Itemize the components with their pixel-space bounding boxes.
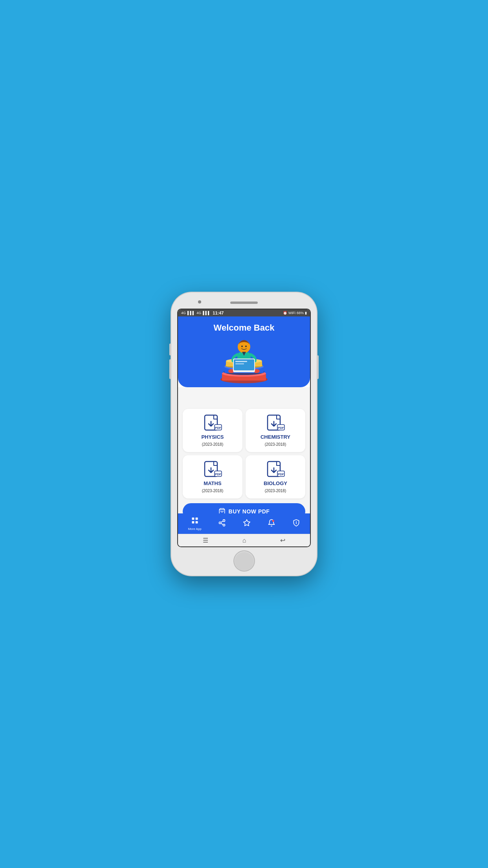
front-camera — [198, 300, 201, 303]
svg-marker-41 — [244, 519, 250, 526]
pdf-download-svg-1: PDF — [203, 414, 222, 432]
hero-banner: Welcome Back — [178, 316, 310, 387]
svg-point-17 — [241, 346, 243, 347]
phone-screen: 4G ▌▌▌ 4G ▌▌▌ 11:47 ⏰ WiFi 66% ▮ Welcome… — [177, 309, 311, 547]
svg-text:PDF: PDF — [215, 473, 221, 476]
maths-year: (2023-2018) — [202, 489, 223, 493]
battery-level: 66% — [297, 311, 304, 315]
shield-info-svg — [292, 519, 300, 527]
svg-text:PDF: PDF — [278, 426, 284, 430]
student-illustration-svg — [213, 334, 275, 389]
status-bar: 4G ▌▌▌ 4G ▌▌▌ 11:47 ⏰ WiFi 66% ▮ — [178, 309, 310, 316]
grid-icon — [191, 517, 199, 526]
svg-line-39 — [221, 523, 224, 524]
svg-point-18 — [245, 346, 247, 347]
svg-point-38 — [223, 524, 225, 526]
nav-favorite[interactable] — [243, 519, 251, 529]
svg-rect-14 — [235, 361, 247, 362]
bottom-navigation: More App — [178, 513, 310, 534]
svg-point-36 — [223, 519, 225, 521]
physics-card[interactable]: PDF PHYSICS (2023-2018) — [183, 409, 242, 452]
maths-name: MATHS — [204, 480, 221, 486]
network-4g-2: 4G — [196, 311, 201, 315]
status-right: ⏰ WiFi 66% ▮ — [283, 311, 307, 315]
maths-pdf-icon: PDF — [203, 461, 222, 478]
buy-now-button[interactable]: BUY NOW PDF — [183, 503, 305, 513]
biology-year: (2023-2018) — [265, 489, 286, 493]
wifi-icon: WiFi — [288, 311, 295, 315]
welcome-title: Welcome Back — [214, 323, 275, 333]
share-icon — [218, 519, 226, 529]
volume-up-button — [169, 344, 171, 355]
menu-nav-button[interactable]: ☰ — [203, 537, 208, 544]
physics-name: PHYSICS — [201, 434, 224, 440]
subjects-row-2: PDF MATHS (2023-2018) — [183, 455, 305, 498]
subjects-row-1: PDF PHYSICS (2023-2018) — [183, 409, 305, 452]
status-left: 4G ▌▌▌ 4G ▌▌▌ 11:47 — [181, 311, 224, 315]
svg-rect-34 — [192, 521, 194, 524]
biology-card[interactable]: PDF BIOLOGY (2023-2018) — [246, 455, 305, 498]
star-svg — [243, 519, 251, 527]
chemistry-name: CHEMISTRY — [261, 434, 290, 440]
svg-point-44 — [296, 521, 296, 522]
android-nav-bar: ☰ ⌂ ↩ — [178, 534, 310, 546]
chemistry-pdf-icon: PDF — [266, 414, 285, 432]
speaker-grille — [230, 302, 258, 304]
time-display: 11:47 — [213, 311, 224, 315]
signal-bars-1: ▌▌▌ — [187, 311, 195, 315]
pdf-download-svg-4: PDF — [266, 461, 285, 478]
svg-text:PDF: PDF — [215, 426, 221, 430]
chemistry-year: (2023-2018) — [265, 442, 286, 447]
nav-share[interactable] — [218, 519, 226, 529]
home-nav-button[interactable]: ⌂ — [242, 537, 246, 544]
battery-icon: ▮ — [305, 311, 307, 315]
home-button[interactable] — [233, 550, 255, 572]
info-shield-icon — [292, 519, 300, 529]
nav-notification[interactable] — [268, 519, 275, 529]
svg-point-42 — [272, 520, 274, 522]
star-icon — [243, 519, 251, 529]
phone-wrapper: 4G ▌▌▌ 4G ▌▌▌ 11:47 ⏰ WiFi 66% ▮ Welcome… — [161, 288, 327, 581]
svg-point-37 — [219, 522, 221, 524]
svg-point-16 — [238, 340, 250, 353]
pdf-download-svg-3: PDF — [203, 461, 222, 478]
biology-name: BIOLOGY — [264, 480, 287, 486]
back-nav-button[interactable]: ↩ — [280, 537, 285, 544]
chemistry-card[interactable]: PDF CHEMISTRY (2023-2018) — [246, 409, 305, 452]
biology-pdf-icon: PDF — [266, 461, 285, 478]
phone-body: 4G ▌▌▌ 4G ▌▌▌ 11:47 ⏰ WiFi 66% ▮ Welcome… — [171, 292, 317, 576]
nav-info[interactable] — [292, 519, 300, 529]
pdf-download-svg-2: PDF — [266, 414, 285, 432]
svg-text:PDF: PDF — [278, 473, 284, 476]
alarm-icon: ⏰ — [283, 311, 287, 315]
content-area: PDF PHYSICS (2023-2018) — [178, 387, 310, 513]
buy-button-label: BUY NOW PDF — [229, 508, 270, 513]
phone-top-area — [174, 297, 314, 308]
svg-rect-33 — [195, 518, 198, 520]
nav-more-app-label: More App — [188, 527, 201, 531]
share-svg — [218, 519, 226, 527]
physics-pdf-icon: PDF — [203, 414, 222, 432]
cart-icon — [218, 508, 226, 513]
svg-line-40 — [221, 521, 224, 522]
svg-rect-32 — [192, 518, 194, 520]
power-button — [317, 355, 319, 379]
svg-rect-35 — [195, 521, 198, 524]
physics-year: (2023-2018) — [202, 442, 223, 447]
bell-svg — [268, 519, 275, 527]
bell-icon — [268, 519, 275, 529]
volume-down-button — [169, 359, 171, 379]
grid-svg — [191, 517, 199, 524]
maths-card[interactable]: PDF MATHS (2023-2018) — [183, 455, 242, 498]
signal-bars-2: ▌▌▌ — [203, 311, 210, 315]
nav-more-app[interactable]: More App — [188, 517, 201, 531]
network-4g-1: 4G — [181, 311, 186, 315]
hero-illustration — [213, 334, 275, 389]
svg-rect-15 — [235, 363, 244, 364]
